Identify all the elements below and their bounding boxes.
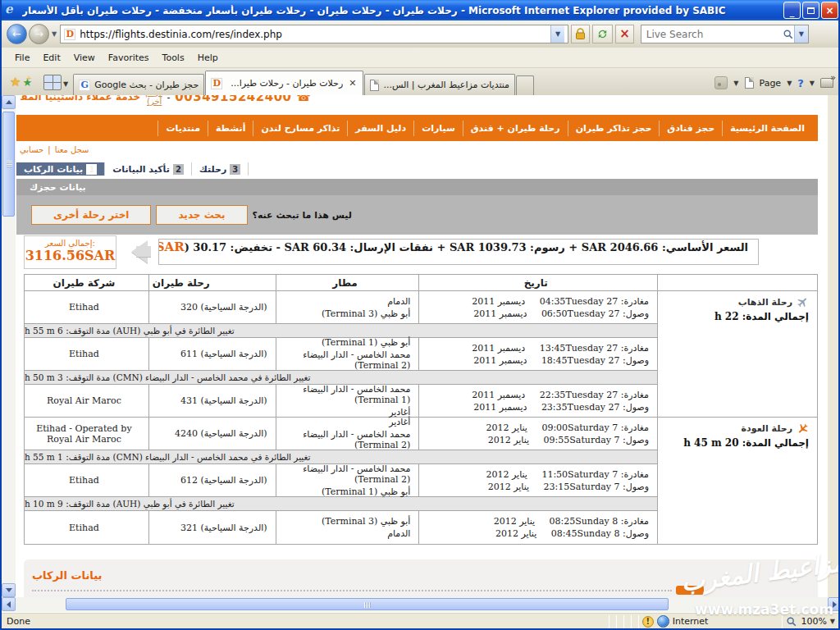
step-confirm-data[interactable]: 2 تأكيد البيانات	[105, 162, 192, 176]
security-lock[interactable]	[571, 25, 590, 43]
cell-flight-number: 612 (الدرجة السياحية)	[149, 464, 276, 496]
airport-from: محمد الخامس - الدار البيضاء (Terminal 2)	[280, 463, 411, 485]
google-favicon: G	[79, 80, 90, 91]
new-search-button[interactable]: بحث جديد	[156, 205, 247, 225]
search-dropdown-icon[interactable]: ▼	[794, 25, 808, 43]
rss-dropdown-icon[interactable]: ▼	[733, 80, 738, 87]
outbound-summary: رحلة الذهاب إجمالي المدة: 22 h	[658, 291, 817, 418]
return-plane-icon	[797, 422, 809, 435]
search-input[interactable]	[641, 29, 783, 40]
main-navigation: الصفحة الرئيسية حجز فنادق حجز تذاكر طيرا…	[16, 115, 818, 141]
nav-forums[interactable]: منتديات	[158, 121, 207, 136]
toolbar-overflow-chevron[interactable]: »	[830, 72, 836, 83]
price-breakdown: السعر الأساسي: 2046.66 SAR + رسوم: 1039.…	[158, 239, 759, 265]
add-favorite-icon[interactable]: ★+	[22, 76, 32, 89]
summary-header-empty	[658, 275, 817, 291]
menu-edit[interactable]: Edit	[36, 50, 66, 66]
page-warning-icon[interactable]: !	[642, 616, 654, 628]
nav-flight-tickets[interactable]: حجز تذاكر طيران	[568, 121, 660, 136]
booking-steps: 1 بيانات الركاب 2 تأكيد البيانات 3 رحلتك	[16, 162, 249, 176]
header-date: تاريخ	[419, 275, 657, 290]
menu-help[interactable]: Help	[191, 50, 225, 66]
address-field[interactable]: D https://flights.destinia.com/res/index…	[60, 25, 568, 43]
arrival-line: وصول: 23:15Saturday 7 يناير 2012	[422, 482, 649, 492]
header-flight: رحلة طيران	[149, 275, 276, 290]
step-passenger-data[interactable]: 1 بيانات الركاب	[16, 162, 105, 176]
quick-tabs-dropdown-icon[interactable]: ▼	[63, 80, 68, 88]
scroll-down-button[interactable]	[2, 583, 16, 597]
step-2-label: تأكيد البيانات	[112, 164, 170, 175]
help-dropdown-icon[interactable]: ▼	[810, 80, 815, 87]
page-menu[interactable]: Page	[760, 78, 782, 89]
nav-cars[interactable]: سيارات	[413, 121, 463, 136]
table-header-row: شركة طيران رحلة طيران مطار تاريخ	[25, 275, 657, 291]
quick-tabs-icon[interactable]	[43, 75, 62, 90]
back-button[interactable]: ←	[7, 24, 27, 44]
departure-line: مغادرة: 13:45Tuesday 27 ديسمبر 2011	[422, 343, 649, 354]
new-tab-stub[interactable]	[516, 75, 534, 95]
customer-service-header: ☎ 0034915242400 - (رقم آخر) خدمة عملاء د…	[21, 95, 311, 113]
menu-tools[interactable]: Tools	[156, 50, 191, 66]
close-button[interactable]: ×	[821, 2, 838, 19]
return-title: رحلة العودة	[742, 423, 792, 434]
nav-hotels[interactable]: حجز فنادق	[659, 121, 722, 136]
url-text: https://flights.destinia.com/res/index.p…	[80, 29, 550, 40]
scroll-left-button[interactable]	[2, 597, 16, 611]
zoom-dropdown-icon[interactable]: ▼	[830, 618, 835, 625]
menu-file[interactable]: File	[8, 50, 36, 66]
history-dropdown-icon[interactable]: ▼	[52, 30, 57, 38]
padlock-icon	[575, 28, 586, 40]
cell-dates: مغادرة: 11:50Saturday 7 يناير 2012وصول: …	[419, 464, 657, 496]
other-number-link[interactable]: (رقم آخر)	[145, 95, 162, 106]
step-your-trip[interactable]: 3 رحلتك	[192, 162, 249, 176]
tab-destinia-flights[interactable]: D رحلات طيران - رحلات طيرا... ✕	[205, 71, 363, 95]
cell-airports: أبو ظبي (Terminal 3)الدمام	[276, 511, 420, 544]
nav-flight-hotel[interactable]: رحلة طيران + فندق	[463, 121, 568, 136]
nav-london-theatre[interactable]: تذاكر مسارح لندن	[253, 121, 347, 136]
airport-to: الدمام	[280, 528, 411, 539]
nav-home[interactable]: الصفحة الرئيسية	[722, 121, 813, 136]
scroll-up-button[interactable]	[2, 95, 16, 109]
horizontal-scroll-thumb[interactable]	[66, 598, 669, 610]
sign-up-link[interactable]: سجل معنا	[55, 145, 89, 154]
address-dropdown-icon[interactable]: ▼	[550, 25, 564, 43]
vertical-scrollbar[interactable]	[2, 95, 16, 597]
help-icon[interactable]: ?	[797, 77, 804, 89]
search-icon[interactable]	[783, 29, 794, 40]
rss-icon[interactable]	[714, 76, 728, 89]
my-account-link[interactable]: حسابي	[20, 145, 43, 154]
cell-dates: مغادرة: 08:25Sunday 8 يناير 2012وصول: 08…	[419, 511, 657, 544]
phone-number: 0034915242400	[175, 95, 291, 104]
restore-button[interactable]	[802, 2, 819, 19]
tab-close-icon[interactable]: ✕	[347, 78, 358, 89]
refresh-button[interactable]	[592, 25, 613, 43]
watermark-url: www.mza3et.com	[695, 601, 833, 618]
tab-forum[interactable]: منتديات مزاعيط المغرب | الس...	[364, 74, 515, 95]
stop-button[interactable]: ×	[615, 25, 634, 43]
nav-activities[interactable]: أنشطة	[208, 121, 253, 136]
minimize-button[interactable]: _	[783, 2, 801, 19]
live-search-box[interactable]: ▼	[641, 25, 809, 43]
choose-another-flight-button[interactable]: اختر رحلة أخرى	[31, 205, 151, 225]
flight-row: Royal Air Maroc431 (الدرجة السياحية)محمد…	[25, 385, 657, 418]
cell-flight-number: 320 (الدرجة السياحية)	[149, 291, 276, 323]
favorites-star-icon[interactable]: ★	[10, 75, 21, 89]
outbound-title: رحلة الذهاب	[738, 297, 792, 308]
phone-icon: ☎	[297, 95, 311, 103]
forward-button[interactable]: →	[29, 24, 49, 44]
nav-travel-guide[interactable]: دليل السفر	[347, 121, 413, 136]
window-title: رحلات طيران - رحلات طيران - رحلات طيران …	[22, 5, 783, 16]
trip-summary-column: رحلة الذهاب إجمالي المدة: 22 h رحلة العو…	[658, 275, 817, 544]
stopover-row: تغيير الطائرة في محمد الخامس - الدار الب…	[25, 450, 657, 464]
menu-favorites[interactable]: Favorites	[102, 50, 156, 66]
arrival-line: وصول: 08:45Sunday 8 يناير 2012	[422, 528, 649, 539]
return-summary: رحلة العودة إجمالي المدة: 20 h 45 m	[658, 418, 817, 544]
page-dropdown-icon[interactable]: ▼	[787, 80, 792, 87]
tab-google-search[interactable]: G حجز طيران - بحث Google	[73, 74, 204, 95]
menu-view[interactable]: View	[67, 50, 102, 66]
vertical-scroll-thumb[interactable]	[2, 112, 15, 217]
browser-window: e رحلات طيران - رحلات طيران - رحلات طيرا…	[0, 0, 840, 630]
arrival-line: وصول: 23:35Tuesday 27 ديسمبر 2011	[422, 402, 649, 413]
flight-itinerary-table: شركة طيران رحلة طيران مطار تاريخ Etihad3…	[24, 274, 818, 545]
departure-line: مغادرة: 11:50Saturday 7 يناير 2012	[422, 469, 649, 480]
